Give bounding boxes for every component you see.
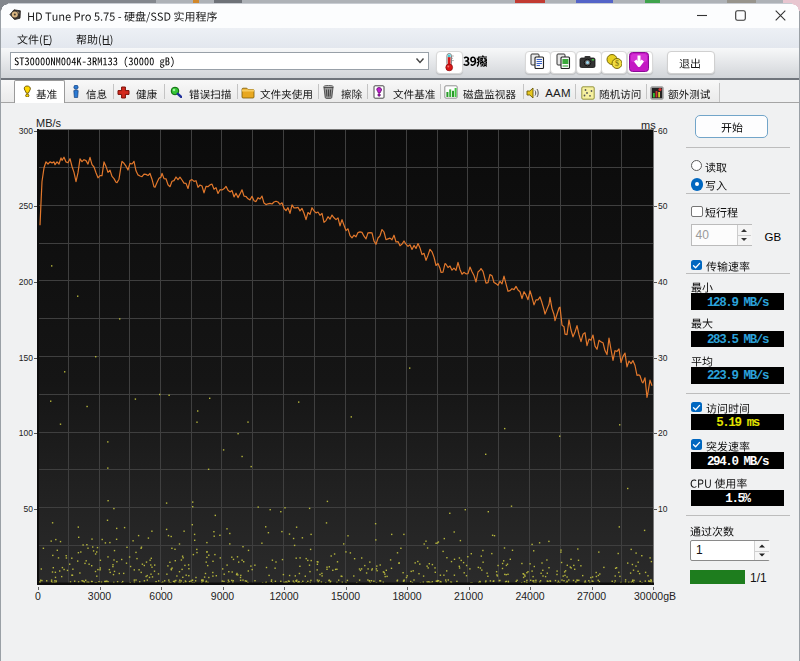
svg-text:$: $ (615, 59, 619, 68)
